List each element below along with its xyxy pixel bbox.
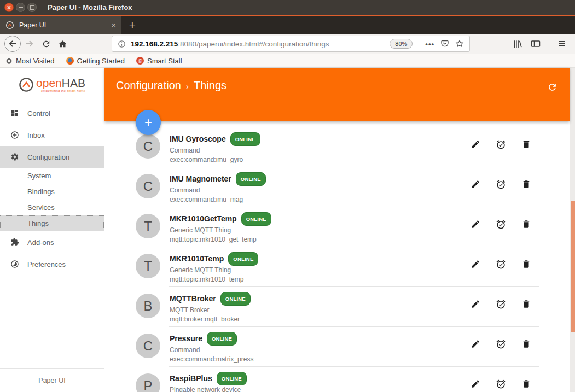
sidebar-item-inbox[interactable]: Inbox	[0, 124, 104, 146]
thing-name: IMU Gyroscope	[170, 134, 226, 144]
bookmark-star-icon[interactable]	[455, 39, 464, 48]
edit-button[interactable]	[471, 139, 480, 150]
tab-paper-ui[interactable]: Paper UI ×	[0, 16, 121, 34]
menu-hamburger-button[interactable]	[557, 39, 566, 48]
alarm-icon	[496, 379, 506, 389]
zoom-level-badge[interactable]: 80%	[390, 39, 413, 49]
edit-button[interactable]	[471, 379, 480, 389]
sidebar-item-things[interactable]: Things	[0, 215, 104, 231]
divider	[549, 38, 549, 50]
delete-button[interactable]	[521, 259, 531, 270]
trash-icon	[521, 379, 531, 389]
url-path: :8080/paperui/index.html#/configuration/…	[178, 40, 329, 48]
pocket-icon[interactable]	[440, 39, 449, 48]
bookmark-getting-started[interactable]: Getting Started	[66, 57, 125, 65]
edit-button[interactable]	[471, 299, 480, 309]
thing-name: MQTTBroker	[170, 294, 216, 304]
status-badge: ONLINE	[241, 212, 271, 226]
sidebar-item-label: Add-ons	[27, 238, 54, 247]
navigation-toolbar: 192.168.2.215 :8080/paperui/index.html#/…	[0, 34, 575, 54]
status-badge: ONLINE	[207, 332, 237, 346]
site-info-icon[interactable]	[118, 40, 126, 48]
breadcrumb-configuration[interactable]: Configuration	[116, 79, 181, 92]
page-actions-icon[interactable]: •••	[425, 40, 434, 48]
trash-icon	[521, 179, 531, 189]
delete-button[interactable]	[521, 339, 531, 349]
refresh-icon	[547, 82, 557, 92]
sidebar-item-preferences[interactable]: Preferences	[0, 253, 104, 275]
alarm-icon	[496, 139, 506, 150]
reload-button[interactable]	[38, 36, 54, 51]
edit-button[interactable]	[471, 259, 480, 270]
sidebar-item-bindings[interactable]: Bindings	[0, 184, 104, 200]
sidebar-item-services[interactable]: Services	[0, 200, 104, 215]
thing-avatar: T	[136, 214, 160, 238]
pencil-icon	[471, 259, 480, 269]
delete-button[interactable]	[521, 139, 531, 150]
thing-name: RaspiBPlus	[170, 373, 212, 384]
thing-name: MKR1010Temp	[170, 254, 224, 264]
delete-button[interactable]	[521, 219, 531, 230]
things-list: C IMU Gyroscope ONLINE Command exec:comm…	[104, 121, 570, 392]
home-button[interactable]	[55, 36, 70, 51]
back-button[interactable]	[4, 36, 21, 52]
window-maximize-button[interactable]	[27, 3, 37, 12]
logo-text-open: open	[36, 77, 62, 89]
thing-avatar: C	[136, 174, 160, 198]
edit-button[interactable]	[471, 339, 480, 349]
delete-button[interactable]	[521, 299, 531, 309]
alarm-icon	[496, 339, 506, 349]
url-host: 192.168.2.215	[131, 40, 178, 48]
disable-schedule-button[interactable]	[496, 179, 506, 190]
disable-schedule-button[interactable]	[496, 299, 506, 309]
url-bar[interactable]: 192.168.2.215 :8080/paperui/index.html#/…	[112, 36, 470, 52]
disable-schedule-button[interactable]	[496, 219, 506, 230]
delete-button[interactable]	[521, 179, 531, 190]
sidebar-item-label: Configuration	[27, 153, 69, 161]
disable-schedule-button[interactable]	[496, 379, 506, 389]
new-tab-button[interactable]: +	[121, 16, 143, 34]
disable-schedule-button[interactable]	[496, 139, 506, 150]
add-thing-button[interactable]: +	[136, 110, 161, 135]
sidebar-toggle-button[interactable]	[531, 39, 541, 48]
active-tab-stripe	[0, 15, 575, 16]
tab-close-icon[interactable]: ×	[111, 21, 116, 29]
openhab-logo[interactable]: openHAB empowering the smart home	[0, 68, 104, 102]
forward-arrow-icon	[25, 39, 34, 48]
thing-name: MKR1010GetTemp	[170, 214, 237, 224]
edit-button[interactable]	[471, 219, 480, 230]
refresh-button[interactable]	[547, 82, 557, 92]
scrollbar-thumb[interactable]	[571, 201, 575, 332]
firefox-icon	[66, 57, 74, 65]
pencil-icon	[471, 139, 480, 149]
sidebar-item-configuration[interactable]: Configuration	[0, 146, 104, 168]
pencil-icon	[471, 379, 480, 389]
bookmark-smart-stall[interactable]: @ Smart Stall	[136, 57, 182, 65]
home-icon	[58, 39, 67, 49]
window-close-button[interactable]: ×	[4, 3, 14, 12]
delete-button[interactable]	[521, 379, 531, 389]
window-minimize-button[interactable]	[16, 3, 25, 12]
disable-schedule-button[interactable]	[496, 339, 506, 349]
sidebar: openHAB empowering the smart home Contro…	[0, 68, 104, 392]
sidebar-item-addons[interactable]: Add-ons	[0, 231, 104, 253]
sidebar-item-system[interactable]: System	[0, 168, 104, 184]
thing-uid: mqtt:topic:mkr1010_temp	[170, 275, 570, 284]
thing-avatar: T	[136, 254, 160, 278]
edit-button[interactable]	[471, 179, 480, 190]
trash-icon	[521, 139, 531, 149]
pencil-icon	[471, 339, 480, 349]
trash-icon	[521, 259, 531, 269]
sidebar-item-control[interactable]: Control	[0, 102, 104, 124]
forward-button[interactable]	[22, 36, 37, 51]
library-button[interactable]	[513, 39, 522, 49]
disable-schedule-button[interactable]	[496, 259, 506, 270]
bookmark-most-visited[interactable]: Most Visited	[5, 57, 55, 65]
breadcrumb-things[interactable]: Things	[194, 79, 226, 92]
alarm-icon	[496, 219, 506, 230]
page-scrollbar[interactable]	[570, 68, 575, 392]
breadcrumb: Configuration › Things	[116, 79, 226, 92]
pencil-icon	[471, 179, 480, 189]
thing-uid: mqtt:topic:mkr1010_get_temp	[170, 235, 570, 244]
sidebar-item-label: Inbox	[27, 131, 45, 139]
